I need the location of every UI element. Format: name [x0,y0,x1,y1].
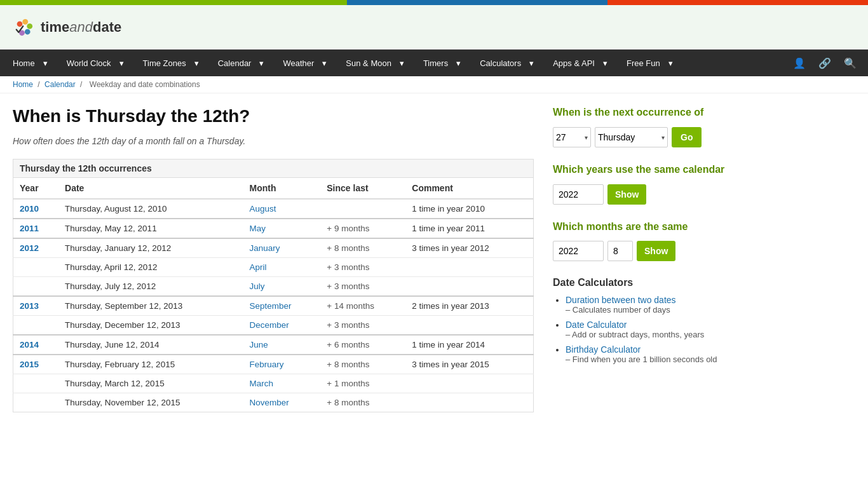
search-icon[interactable]: 🔍 [839,51,862,74]
table-cell-since: + 3 months [320,316,405,336]
birthday-calculator-link[interactable]: Birthday Calculator [566,344,641,355]
table-cell-month[interactable]: August [243,199,320,219]
table-cell-year[interactable]: 2014 [13,335,59,355]
nav-calculators[interactable]: Calculators ▾ [473,50,546,76]
table-cell-month[interactable]: January [243,238,320,258]
table-header-row: Year Date Month Since last Comment [13,178,534,200]
svg-point-2 [27,23,32,29]
duration-calculator-link[interactable]: Duration between two dates [566,295,676,305]
list-item: Date Calculator – Add or subtract days, … [566,320,743,339]
weekday-select-wrapper: Monday Tuesday Wednesday Thursday Friday… [595,127,668,147]
nav-calendar[interactable]: Calendar ▾ [212,50,277,76]
nav-apps-api[interactable]: Apps & API ▾ [546,50,620,76]
table-cell-date: Thursday, July 12, 2012 [58,277,243,297]
table-cell-comment [405,316,533,336]
occurrences-table: Year Date Month Since last Comment 2010T… [13,177,534,412]
date-calculator-link[interactable]: Date Calculator [566,320,627,330]
table-cell-since: + 6 months [320,335,405,355]
main-nav: Home ▾ World Clock ▾ Time Zones ▾ Calend… [0,50,868,76]
logo-icon [13,18,36,36]
same-months-title: Which months are the same [553,220,743,234]
table-cell-year [13,374,59,393]
col-header-date: Date [58,178,243,200]
table-cell-since: + 14 months [320,296,405,316]
col-header-month: Month [243,178,320,200]
table-cell-date: Thursday, December 12, 2013 [58,316,243,336]
table-row: Thursday, March 12, 2015March+ 1 months [13,374,534,393]
table-row: 2011Thursday, May 12, 2011May+ 9 months1… [13,219,534,238]
table-cell-year[interactable]: 2011 [13,219,59,238]
table-cell-comment: 1 time in year 2011 [405,219,533,238]
table-cell-year[interactable]: 2010 [13,199,59,219]
top-decoration [0,0,868,5]
table-cell-date: Thursday, April 12, 2012 [58,258,243,277]
day-select-wrapper: 27 ▾ [553,127,591,147]
table-cell-month[interactable]: September [243,296,320,316]
next-occurrence-go-button[interactable]: Go [672,127,702,147]
table-cell-month[interactable]: July [243,277,320,297]
table-cell-year[interactable]: 2012 [13,238,59,258]
table-cell-comment [405,374,533,393]
breadcrumb-home[interactable]: Home [13,80,33,89]
share-icon[interactable]: 🔗 [813,51,836,74]
list-item: Duration between two dates – Calculates … [566,295,743,315]
logo[interactable]: timeanddate [13,18,121,36]
table-cell-date: Thursday, September 12, 2013 [58,296,243,316]
sidebar: When is the next occurrence of 27 ▾ Mond… [553,106,743,412]
sidebar-next-occurrence: When is the next occurrence of 27 ▾ Mond… [553,106,743,147]
table-row: 2013Thursday, September 12, 2013Septembe… [13,296,534,316]
col-header-year: Year [13,178,59,200]
table-cell-comment: 3 times in year 2015 [405,355,533,374]
nav-home[interactable]: Home ▾ [6,50,60,76]
table-cell-comment [405,258,533,277]
table-cell-year[interactable]: 2013 [13,296,59,316]
same-months-month-input[interactable] [607,241,633,261]
table-cell-year[interactable]: 2015 [13,355,59,374]
nav-world-clock[interactable]: World Clock ▾ [60,50,137,76]
date-calculator-desc: – Add or subtract days, months, years [566,330,743,339]
table-cell-comment [405,393,533,412]
table-cell-date: Thursday, February 12, 2015 [58,355,243,374]
col-header-since: Since last [320,178,405,200]
main-content: When is Thursday the 12th? How often doe… [13,106,534,412]
nav-sun-moon[interactable]: Sun & Moon ▾ [339,50,417,76]
table-cell-month[interactable]: February [243,355,320,374]
sidebar-date-calculators: Date Calculators Duration between two da… [553,277,743,364]
nav-free-fun[interactable]: Free Fun ▾ [620,50,686,76]
day-select[interactable]: 27 [553,127,591,147]
table-cell-comment: 1 time in year 2010 [405,199,533,219]
table-cell-month[interactable]: June [243,335,320,355]
table-cell-month[interactable]: April [243,258,320,277]
nav-time-zones[interactable]: Time Zones ▾ [137,50,212,76]
next-occurrence-title: When is the next occurrence of [553,106,743,119]
same-months-controls: Show [553,241,743,261]
table-row: 2012Thursday, January 12, 2012January+ 8… [13,238,534,258]
same-calendar-year-input[interactable] [553,184,604,205]
calc-list: Duration between two dates – Calculates … [553,295,743,364]
table-cell-since: + 8 months [320,355,405,374]
table-cell-month[interactable]: March [243,374,320,393]
table-row: Thursday, November 12, 2015November+ 8 m… [13,393,534,412]
nav-weather[interactable]: Weather ▾ [276,50,339,76]
table-cell-month[interactable]: December [243,316,320,336]
breadcrumb-calendar[interactable]: Calendar [44,80,76,89]
table-cell-since: + 9 months [320,219,405,238]
table-cell-since [320,199,405,219]
table-cell-date: Thursday, August 12, 2010 [58,199,243,219]
weekday-select[interactable]: Monday Tuesday Wednesday Thursday Friday… [595,127,668,147]
sidebar-same-months: Which months are the same Show [553,220,743,262]
table-cell-comment: 1 time in year 2014 [405,335,533,355]
table-cell-month[interactable]: November [243,393,320,412]
account-icon[interactable]: 👤 [788,51,811,74]
next-occurrence-controls: 27 ▾ Monday Tuesday Wednesday Thursday F… [553,127,743,147]
table-cell-year [13,393,59,412]
table-row: Thursday, December 12, 2013December+ 3 m… [13,316,534,336]
same-calendar-show-button[interactable]: Show [607,184,646,205]
nav-timers[interactable]: Timers ▾ [417,50,473,76]
table-cell-month[interactable]: May [243,219,320,238]
same-months-year-input[interactable] [553,241,604,261]
birthday-calculator-desc: – Find when you are 1 billion seconds ol… [566,355,743,364]
table-cell-year [13,316,59,336]
logo-text: timeanddate [41,19,121,36]
same-months-show-button[interactable]: Show [637,241,675,261]
